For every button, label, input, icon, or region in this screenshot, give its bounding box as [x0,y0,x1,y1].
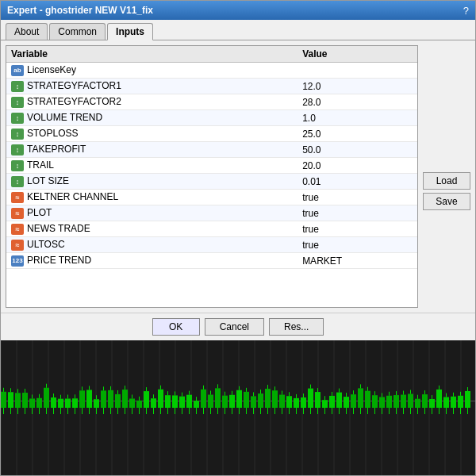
cell-variable: ↕LOT SIZE [6,174,298,190]
variable-name: LicenseKey [27,64,76,75]
tab-about[interactable]: About [6,23,48,40]
variable-name: STOPLOSS [27,128,78,139]
inputs-table: Variable Value abLicenseKey↕STRATEGYFACT… [6,46,417,269]
cell-value: MARKET [298,253,417,269]
table-row[interactable]: abLicenseKey [6,63,417,79]
variable-name: STRATEGYFACTOR1 [27,80,121,91]
col-value: Value [298,46,417,63]
variable-name: STRATEGYFACTOR2 [27,96,121,107]
cell-variable: ↕TRAIL [6,158,298,174]
table-row[interactable]: ↕STRATEGYFACTOR112.0 [6,79,417,94]
cell-value: true [298,221,417,237]
row-icon: ↕ [11,113,24,124]
cell-variable: ↕TAKEPROFIT [6,142,298,158]
cell-variable: ≈PLOT [6,205,298,221]
cell-value: 0.01 [298,174,417,190]
save-button[interactable]: Save [423,193,470,210]
help-icon[interactable]: ? [463,5,469,17]
row-icon: ≈ [11,224,24,235]
cell-variable: ≈KELTNER CHANNEL [6,190,298,205]
table-row[interactable]: 123PRICE TRENDMARKET [6,253,417,269]
table-row[interactable]: ↕VOLUME TREND1.0 [6,110,417,126]
variable-name: VOLUME TREND [27,112,102,123]
main-window: Expert - ghostrider NEW V11_fix ? About … [0,0,476,476]
row-icon: ↕ [11,160,24,171]
table-row[interactable]: ↕STOPLOSS25.0 [6,126,417,142]
reset-button[interactable]: Res... [269,318,324,336]
cell-value: true [298,190,417,205]
cell-value: 12.0 [298,79,417,94]
variable-name: TRAIL [27,159,54,171]
cancel-button[interactable]: Cancel [205,318,264,336]
table-row[interactable]: ≈ULTOSCtrue [6,237,417,253]
cell-variable: ↕STRATEGYFACTOR1 [6,79,298,94]
row-icon: ≈ [11,192,24,203]
table-row[interactable]: ↕TRAIL20.0 [6,158,417,174]
cell-value: 1.0 [298,110,417,126]
cell-value: true [298,205,417,221]
cell-value: 20.0 [298,158,417,174]
side-buttons: Load Save [423,45,470,308]
inputs-table-container: Variable Value abLicenseKey↕STRATEGYFACT… [6,45,418,308]
cell-value: true [298,237,417,253]
variable-name: TAKEPROFIT [27,144,86,155]
variable-name: PLOT [27,207,52,218]
table-row[interactable]: ≈NEWS TRADEtrue [6,221,417,237]
row-icon: ≈ [11,240,24,251]
chart-area [1,340,475,475]
tab-bar: About Common Inputs [1,20,475,40]
table-row[interactable]: ≈KELTNER CHANNELtrue [6,190,417,205]
window-title: Expert - ghostrider NEW V11_fix [7,5,153,16]
cell-variable: abLicenseKey [6,63,298,79]
variable-name: ULTOSC [27,239,65,250]
cell-variable: ↕STRATEGYFACTOR2 [6,94,298,110]
table-row[interactable]: ↕STRATEGYFACTOR228.0 [6,94,417,110]
row-icon: ↕ [11,144,24,155]
cell-value: 50.0 [298,142,417,158]
table-row[interactable]: ↕TAKEPROFIT50.0 [6,142,417,158]
variable-name: PRICE TREND [27,255,91,266]
table-row[interactable]: ↕LOT SIZE0.01 [6,174,417,190]
load-button[interactable]: Load [423,172,470,190]
cell-variable: ≈ULTOSC [6,237,298,253]
tab-common[interactable]: Common [49,23,106,40]
row-icon: 123 [11,255,24,267]
title-bar: Expert - ghostrider NEW V11_fix ? [1,1,475,20]
cell-variable: ≈NEWS TRADE [6,221,298,237]
variable-name: LOT SIZE [27,175,69,186]
col-variable: Variable [6,46,298,63]
cell-variable: ↕VOLUME TREND [6,110,298,126]
row-icon: ↕ [11,176,24,187]
cell-value: 28.0 [298,94,417,110]
ok-button[interactable]: OK [152,318,200,336]
content-area: Variable Value abLicenseKey↕STRATEGYFACT… [1,40,475,313]
cell-value: 25.0 [298,126,417,142]
tab-inputs[interactable]: Inputs [107,23,153,40]
variable-name: NEWS TRADE [27,223,90,234]
row-icon: ↕ [11,129,24,140]
row-icon: ≈ [11,208,24,219]
row-icon: ↕ [11,97,24,108]
row-icon: ab [11,65,24,76]
row-icon: ↕ [11,81,24,92]
variable-name: KELTNER CHANNEL [27,191,118,202]
cell-variable: 123PRICE TREND [6,253,298,269]
bottom-bar: OK Cancel Res... [1,313,475,340]
cell-variable: ↕STOPLOSS [6,126,298,142]
cell-value [298,63,417,79]
table-row[interactable]: ≈PLOTtrue [6,205,417,221]
